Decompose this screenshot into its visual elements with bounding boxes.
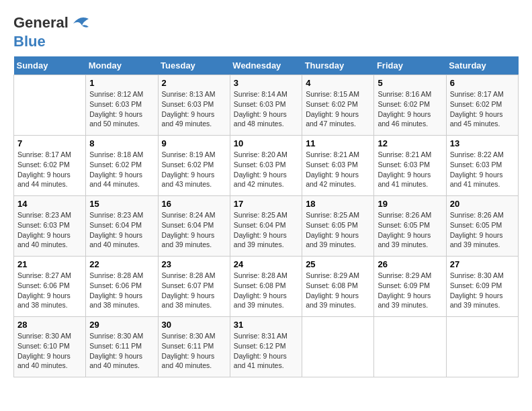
day-info: Sunrise: 8:23 AM Sunset: 6:04 PM Dayligh… [89, 210, 154, 250]
page-header: General Blue [13, 13, 519, 50]
day-cell: 21Sunrise: 8:27 AM Sunset: 6:06 PM Dayli… [14, 257, 86, 317]
logo-bird-icon [70, 13, 90, 34]
day-number: 23 [162, 259, 226, 269]
day-info: Sunrise: 8:30 AM Sunset: 6:10 PM Dayligh… [17, 331, 82, 371]
day-cell: 2Sunrise: 8:13 AM Sunset: 6:03 PM Daylig… [158, 75, 230, 136]
day-info: Sunrise: 8:30 AM Sunset: 6:09 PM Dayligh… [450, 271, 515, 310]
day-info: Sunrise: 8:26 AM Sunset: 6:05 PM Dayligh… [378, 210, 442, 250]
day-info: Sunrise: 8:14 AM Sunset: 6:03 PM Dayligh… [234, 89, 298, 129]
logo-blue: Blue [13, 33, 46, 50]
day-info: Sunrise: 8:12 AM Sunset: 6:03 PM Dayligh… [89, 89, 154, 129]
day-info: Sunrise: 8:18 AM Sunset: 6:02 PM Dayligh… [89, 150, 154, 189]
day-number: 5 [378, 78, 442, 88]
day-cell: 20Sunrise: 8:26 AM Sunset: 6:05 PM Dayli… [446, 196, 518, 257]
day-info: Sunrise: 8:20 AM Sunset: 6:03 PM Dayligh… [234, 150, 298, 189]
day-info: Sunrise: 8:29 AM Sunset: 6:09 PM Dayligh… [378, 271, 442, 310]
day-number: 18 [306, 199, 370, 209]
day-number: 14 [17, 199, 82, 209]
day-info: Sunrise: 8:31 AM Sunset: 6:12 PM Dayligh… [234, 331, 298, 371]
week-row-3: 14Sunrise: 8:23 AM Sunset: 6:03 PM Dayli… [14, 196, 519, 257]
day-cell: 24Sunrise: 8:28 AM Sunset: 6:08 PM Dayli… [230, 257, 302, 317]
day-info: Sunrise: 8:28 AM Sunset: 6:06 PM Dayligh… [89, 271, 154, 310]
day-number: 29 [89, 320, 154, 330]
day-cell: 30Sunrise: 8:30 AM Sunset: 6:11 PM Dayli… [158, 317, 230, 377]
day-number: 24 [234, 259, 298, 269]
day-cell: 11Sunrise: 8:21 AM Sunset: 6:03 PM Dayli… [302, 136, 374, 196]
header-day-thursday: Thursday [302, 56, 374, 75]
day-info: Sunrise: 8:28 AM Sunset: 6:07 PM Dayligh… [162, 271, 226, 310]
day-cell [446, 317, 518, 377]
day-cell: 6Sunrise: 8:17 AM Sunset: 6:02 PM Daylig… [446, 75, 518, 136]
week-row-5: 28Sunrise: 8:30 AM Sunset: 6:10 PM Dayli… [14, 317, 519, 377]
day-cell: 12Sunrise: 8:21 AM Sunset: 6:03 PM Dayli… [374, 136, 446, 196]
day-info: Sunrise: 8:25 AM Sunset: 6:05 PM Dayligh… [306, 210, 370, 250]
day-info: Sunrise: 8:30 AM Sunset: 6:11 PM Dayligh… [89, 331, 154, 371]
day-number: 4 [306, 78, 370, 88]
day-cell [374, 317, 446, 377]
day-cell: 26Sunrise: 8:29 AM Sunset: 6:09 PM Dayli… [374, 257, 446, 317]
day-number: 1 [89, 78, 154, 88]
header-day-friday: Friday [374, 56, 446, 75]
header-day-saturday: Saturday [446, 56, 518, 75]
day-cell: 14Sunrise: 8:23 AM Sunset: 6:03 PM Dayli… [14, 196, 86, 257]
week-row-2: 7Sunrise: 8:17 AM Sunset: 6:02 PM Daylig… [14, 136, 519, 196]
day-cell: 7Sunrise: 8:17 AM Sunset: 6:02 PM Daylig… [14, 136, 86, 196]
day-number: 17 [234, 199, 298, 209]
day-number: 11 [306, 138, 370, 148]
day-cell: 25Sunrise: 8:29 AM Sunset: 6:08 PM Dayli… [302, 257, 374, 317]
day-info: Sunrise: 8:21 AM Sunset: 6:03 PM Dayligh… [378, 150, 442, 189]
day-number: 22 [89, 259, 154, 269]
day-cell: 19Sunrise: 8:26 AM Sunset: 6:05 PM Dayli… [374, 196, 446, 257]
header-day-wednesday: Wednesday [230, 56, 302, 75]
day-cell: 4Sunrise: 8:15 AM Sunset: 6:02 PM Daylig… [302, 75, 374, 136]
day-info: Sunrise: 8:30 AM Sunset: 6:11 PM Dayligh… [162, 331, 226, 371]
day-number: 30 [162, 320, 226, 330]
day-cell: 1Sunrise: 8:12 AM Sunset: 6:03 PM Daylig… [86, 75, 158, 136]
day-info: Sunrise: 8:28 AM Sunset: 6:08 PM Dayligh… [234, 271, 298, 310]
day-cell: 15Sunrise: 8:23 AM Sunset: 6:04 PM Dayli… [86, 196, 158, 257]
day-cell: 17Sunrise: 8:25 AM Sunset: 6:04 PM Dayli… [230, 196, 302, 257]
day-info: Sunrise: 8:15 AM Sunset: 6:02 PM Dayligh… [306, 89, 370, 129]
week-row-1: 1Sunrise: 8:12 AM Sunset: 6:03 PM Daylig… [14, 75, 519, 136]
day-number: 31 [234, 320, 298, 330]
day-info: Sunrise: 8:21 AM Sunset: 6:03 PM Dayligh… [306, 150, 370, 189]
day-cell: 18Sunrise: 8:25 AM Sunset: 6:05 PM Dayli… [302, 196, 374, 257]
day-info: Sunrise: 8:17 AM Sunset: 6:02 PM Dayligh… [17, 150, 82, 189]
day-cell: 29Sunrise: 8:30 AM Sunset: 6:11 PM Dayli… [86, 317, 158, 377]
logo: General Blue [13, 13, 90, 50]
day-number: 3 [234, 78, 298, 88]
day-cell: 9Sunrise: 8:19 AM Sunset: 6:02 PM Daylig… [158, 136, 230, 196]
day-number: 7 [17, 138, 82, 148]
day-info: Sunrise: 8:24 AM Sunset: 6:04 PM Dayligh… [162, 210, 226, 250]
day-number: 28 [17, 320, 82, 330]
day-info: Sunrise: 8:13 AM Sunset: 6:03 PM Dayligh… [162, 89, 226, 129]
day-number: 26 [378, 259, 442, 269]
day-number: 10 [234, 138, 298, 148]
week-row-4: 21Sunrise: 8:27 AM Sunset: 6:06 PM Dayli… [14, 257, 519, 317]
day-cell: 3Sunrise: 8:14 AM Sunset: 6:03 PM Daylig… [230, 75, 302, 136]
day-number: 16 [162, 199, 226, 209]
day-number: 13 [450, 138, 515, 148]
day-cell: 23Sunrise: 8:28 AM Sunset: 6:07 PM Dayli… [158, 257, 230, 317]
header-day-tuesday: Tuesday [158, 56, 230, 75]
day-cell: 27Sunrise: 8:30 AM Sunset: 6:09 PM Dayli… [446, 257, 518, 317]
day-number: 25 [306, 259, 370, 269]
day-info: Sunrise: 8:23 AM Sunset: 6:03 PM Dayligh… [17, 210, 82, 250]
day-cell: 16Sunrise: 8:24 AM Sunset: 6:04 PM Dayli… [158, 196, 230, 257]
day-number: 20 [450, 199, 515, 209]
day-cell: 5Sunrise: 8:16 AM Sunset: 6:02 PM Daylig… [374, 75, 446, 136]
day-info: Sunrise: 8:29 AM Sunset: 6:08 PM Dayligh… [306, 271, 370, 310]
day-cell [302, 317, 374, 377]
day-number: 8 [89, 138, 154, 148]
day-number: 21 [17, 259, 82, 269]
day-number: 2 [162, 78, 226, 88]
day-info: Sunrise: 8:25 AM Sunset: 6:04 PM Dayligh… [234, 210, 298, 250]
header-day-sunday: Sunday [14, 56, 86, 75]
day-number: 19 [378, 199, 442, 209]
day-number: 9 [162, 138, 226, 148]
day-info: Sunrise: 8:22 AM Sunset: 6:03 PM Dayligh… [450, 150, 515, 189]
calendar-table: SundayMondayTuesdayWednesdayThursdayFrid… [13, 56, 519, 377]
day-cell: 13Sunrise: 8:22 AM Sunset: 6:03 PM Dayli… [446, 136, 518, 196]
day-number: 12 [378, 138, 442, 148]
day-cell: 8Sunrise: 8:18 AM Sunset: 6:02 PM Daylig… [86, 136, 158, 196]
